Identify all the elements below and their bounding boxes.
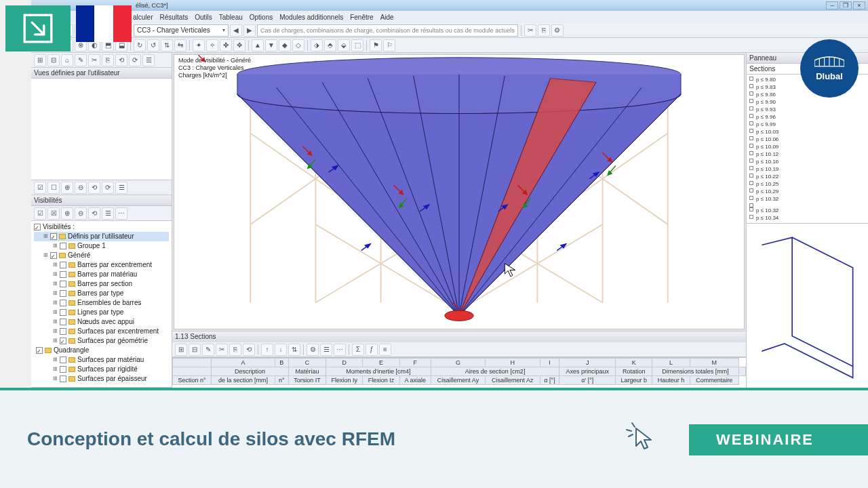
toolbar-icon[interactable]: ☰: [320, 344, 332, 356]
toolbar-icon[interactable]: ⊕: [61, 207, 73, 220]
toolbar-icon[interactable]: ✧: [206, 39, 218, 52]
toolbar-icon[interactable]: ⇆: [174, 39, 186, 52]
toolbar-icon[interactable]: ⬗: [311, 39, 323, 52]
toolbar-icon[interactable]: ☰: [115, 182, 127, 194]
tree-row[interactable]: ⊞Ensembles de barres: [34, 298, 169, 308]
prev-icon[interactable]: ◀: [230, 24, 242, 37]
toolbar-icon[interactable]: ✤: [220, 39, 232, 52]
toolbar-icon[interactable]: ✂: [524, 24, 536, 37]
loadcase-combo[interactable]: CC3 - Charge Verticales: [134, 24, 229, 37]
checkbox[interactable]: [60, 290, 66, 297]
toolbar-icon[interactable]: ✎: [75, 54, 87, 66]
checkbox[interactable]: [60, 328, 66, 335]
result-row[interactable]: p ≤ 9.99: [749, 121, 865, 128]
tree-row[interactable]: ⊞Barres par type: [34, 289, 169, 298]
tree-row[interactable]: ⊞Groupe 1: [34, 241, 169, 251]
tree-row[interactable]: ⊞Barres par excentrement: [34, 260, 169, 270]
tree-row[interactable]: ⊞Définis par l'utilisateur: [34, 232, 169, 241]
result-row[interactable]: p ≤ 10.29: [749, 188, 865, 195]
result-row[interactable]: p ≤ 10.32: [749, 195, 865, 203]
toolbar-icon[interactable]: ≡: [379, 344, 391, 356]
toolbar-icon[interactable]: ☑: [34, 207, 46, 220]
toolbar-icon[interactable]: ⊞: [175, 344, 187, 356]
minimize-button[interactable]: –: [826, 1, 838, 9]
result-row[interactable]: p ≤ 9.90: [749, 98, 865, 106]
result-values-list[interactable]: p ≤ 9.80p ≤ 9.83p ≤ 9.86p ≤ 9.90p ≤ 9.93…: [747, 75, 868, 224]
tree-row[interactable]: ⊞Surfaces par rigidité: [34, 365, 169, 374]
data-grid[interactable]: ABCDEFGHIJKLM DescriptionMatériauMoments…: [172, 357, 746, 388]
checkbox[interactable]: [50, 233, 57, 240]
checkbox[interactable]: [60, 319, 66, 325]
toolbar-icon[interactable]: ↑: [261, 344, 273, 356]
toolbar-icon[interactable]: ↓: [275, 344, 287, 356]
toolbar-icon[interactable]: ↻: [134, 39, 146, 52]
toolbar-icon[interactable]: ☰: [142, 54, 155, 66]
result-row[interactable]: p ≤ 9.93: [749, 106, 865, 113]
tree-row[interactable]: Quadrangle: [34, 346, 169, 355]
toolbar-icon[interactable]: ✂: [88, 54, 100, 66]
checkbox[interactable]: [34, 224, 41, 230]
result-row[interactable]: p ≤ 9.96: [749, 113, 865, 121]
toolbar-icon[interactable]: ⊖: [75, 207, 87, 220]
toolbar-icon[interactable]: ⬚: [351, 39, 363, 52]
toolbar-icon[interactable]: ƒ: [366, 344, 378, 356]
toolbar-icon[interactable]: ⋯: [115, 207, 127, 220]
toolbar-icon[interactable]: ▲: [252, 39, 264, 52]
tree-row[interactable]: ⊞Nœuds avec appui: [34, 317, 169, 327]
toolbar-icon[interactable]: ⇅: [161, 39, 173, 52]
toolbar-icon[interactable]: ⬙: [338, 39, 350, 52]
result-row[interactable]: p ≤ 10.03: [749, 128, 865, 136]
checkbox[interactable]: [60, 281, 66, 287]
toolbar-icon[interactable]: ✥: [233, 39, 245, 52]
tree-row[interactable]: ⊞Généré: [34, 251, 169, 260]
toolbar-icon[interactable]: ⇅: [288, 344, 300, 356]
search-cases-input[interactable]: Cas de charges, combinaisons de charge, …: [257, 24, 518, 37]
tree-row[interactable]: ⊞Barres par matériau: [34, 270, 169, 279]
maximize-button[interactable]: ❐: [840, 1, 852, 9]
checkbox[interactable]: [60, 309, 66, 316]
checkbox[interactable]: [36, 347, 43, 354]
toolbar-icon[interactable]: ⬘: [324, 39, 336, 52]
checkbox[interactable]: [60, 271, 66, 278]
toolbar-icon[interactable]: ⎘: [538, 24, 550, 37]
menu-calculer[interactable]: alculer: [133, 14, 153, 21]
result-row[interactable]: p ≤ 10.22: [749, 173, 865, 180]
result-row[interactable]: p ≤ 9.86: [749, 91, 865, 98]
menu-outils[interactable]: Outils: [195, 14, 212, 21]
menu-aide[interactable]: Aide: [380, 14, 394, 21]
toolbar-icon[interactable]: ⟳: [129, 54, 141, 66]
result-row[interactable]: p ≤ 10.25: [749, 180, 865, 188]
toolbar-icon[interactable]: ⊕: [61, 182, 73, 194]
toolbar-icon[interactable]: ⎘: [229, 344, 241, 356]
menu-options[interactable]: Options: [250, 14, 273, 21]
checkbox[interactable]: [60, 338, 66, 344]
tree-row[interactable]: ⊞Surfaces par excentrement: [34, 327, 169, 336]
section-preview[interactable]: [747, 224, 868, 388]
toolbar-icon[interactable]: ⟳: [102, 182, 114, 194]
toolbar-icon[interactable]: ⎘: [102, 54, 114, 66]
toolbar-icon[interactable]: ✂: [216, 344, 228, 356]
next-icon[interactable]: ▶: [243, 24, 256, 37]
toolbar-icon[interactable]: ⋯: [334, 344, 346, 356]
toolbar-icon[interactable]: ⟲: [88, 207, 100, 220]
checkbox[interactable]: [60, 300, 66, 306]
result-row[interactable]: p ≤ 10.09: [749, 143, 865, 150]
result-row[interactable]: p ≤ 10.12: [749, 150, 865, 158]
toolbar-icon[interactable]: ⊞: [34, 54, 46, 66]
views-body[interactable]: [31, 79, 172, 180]
toolbar-icon[interactable]: ⚐: [383, 39, 395, 52]
result-row[interactable]: p ≤ 10.32: [749, 207, 865, 214]
toolbar-icon[interactable]: ⟲: [88, 182, 100, 194]
result-row[interactable]: p ≤ 10.19: [749, 165, 865, 173]
tree-row[interactable]: ⊞Lignes par type: [34, 308, 169, 317]
checkbox[interactable]: [50, 252, 57, 259]
toolbar-icon[interactable]: ⌂: [61, 54, 73, 66]
visib-tree[interactable]: Visibilités : ⊞Définis par l'utilisateur…: [31, 221, 172, 388]
checkbox[interactable]: [60, 366, 66, 373]
toolbar-icon[interactable]: ◆: [279, 39, 291, 52]
checkbox[interactable]: [60, 243, 66, 249]
toolbar-icon[interactable]: ↺: [147, 39, 159, 52]
toolbar-icon[interactable]: ⚑: [370, 39, 382, 52]
toolbar-icon[interactable]: ☰: [102, 207, 114, 220]
tree-row[interactable]: ⊞Surfaces par matériau: [34, 355, 169, 365]
